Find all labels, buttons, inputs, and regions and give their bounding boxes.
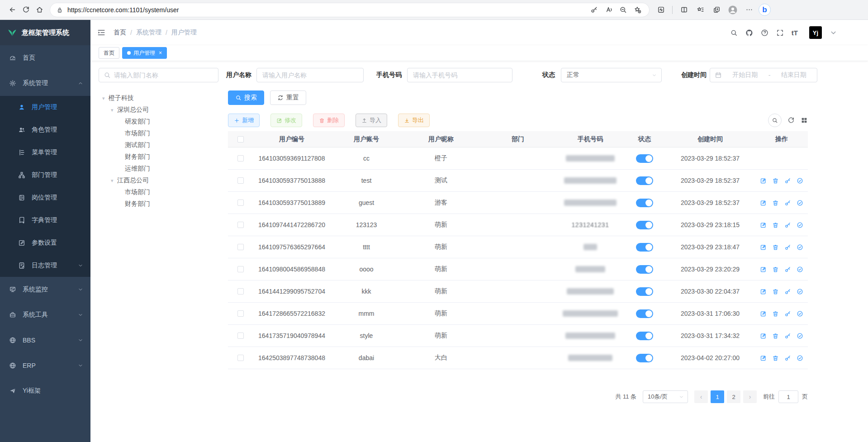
row-edit-icon[interactable]	[760, 355, 767, 361]
tree-node-运维部门[interactable]: 运维部门	[99, 163, 222, 175]
status-toggle[interactable]	[636, 221, 653, 229]
row-trash-icon[interactable]	[772, 288, 779, 295]
sidebar-item-字典管理[interactable]: 字典管理	[0, 209, 90, 232]
collections-icon[interactable]	[710, 3, 723, 17]
tab-首页[interactable]: 首页	[99, 47, 119, 59]
row-trash-icon[interactable]	[772, 222, 779, 228]
star-add-icon[interactable]	[631, 4, 643, 16]
row-key-icon[interactable]	[784, 355, 791, 361]
breadcrumb-item[interactable]: 用户管理	[171, 29, 197, 37]
row-checkbox[interactable]	[237, 355, 244, 361]
page-size-select[interactable]: 10条/页	[643, 390, 688, 403]
sidebar-item-用户管理[interactable]: 用户管理	[0, 96, 90, 119]
status-toggle[interactable]	[636, 199, 653, 207]
tree-node-市场部门[interactable]: 市场部门	[99, 186, 222, 198]
reset-button[interactable]: 重置	[270, 90, 306, 105]
modify-button[interactable]: 修改	[270, 114, 302, 127]
tree-node-橙子科技[interactable]: ▾橙子科技	[99, 92, 222, 104]
row-edit-icon[interactable]	[760, 200, 767, 206]
status-toggle[interactable]	[636, 154, 653, 163]
row-checkbox[interactable]	[237, 310, 244, 317]
status-select[interactable]: 正常	[561, 68, 662, 82]
tree-node-江西总公司[interactable]: ▾江西总公司	[99, 175, 222, 186]
row-check-circle-icon[interactable]	[797, 177, 803, 184]
row-checkbox[interactable]	[237, 266, 244, 272]
phone-input[interactable]	[407, 68, 512, 82]
status-toggle[interactable]	[636, 287, 653, 296]
row-check-circle-icon[interactable]	[797, 288, 803, 295]
sidebar-item-Yi框架[interactable]: Yi框架	[0, 378, 90, 404]
select-all-checkbox[interactable]	[237, 136, 244, 143]
row-key-icon[interactable]	[784, 333, 791, 339]
tree-node-深圳总公司[interactable]: ▾深圳总公司	[99, 104, 222, 116]
breadcrumb-item[interactable]: 系统管理	[136, 29, 161, 37]
row-checkbox[interactable]	[237, 200, 244, 206]
row-key-icon[interactable]	[784, 310, 791, 317]
sidebar-item-日志管理[interactable]: 日志管理	[0, 254, 90, 277]
row-trash-icon[interactable]	[772, 266, 779, 273]
username-input[interactable]	[256, 68, 364, 82]
row-edit-icon[interactable]	[760, 333, 767, 339]
jump-page-input[interactable]	[778, 390, 798, 403]
row-edit-icon[interactable]	[760, 222, 767, 228]
toggle-search-button[interactable]	[768, 114, 782, 127]
row-check-circle-icon[interactable]	[797, 333, 803, 339]
status-toggle[interactable]	[636, 354, 653, 362]
home-icon[interactable]	[33, 3, 46, 17]
tree-node-财务部门[interactable]: 财务部门	[99, 151, 222, 163]
sidebar-item-角色管理[interactable]: 角色管理	[0, 119, 90, 141]
status-toggle[interactable]	[636, 176, 653, 185]
more-icon[interactable]	[742, 3, 756, 17]
status-toggle[interactable]	[636, 332, 653, 340]
row-check-circle-icon[interactable]	[797, 222, 803, 228]
refresh-icon[interactable]	[19, 3, 33, 17]
row-trash-icon[interactable]	[772, 244, 779, 251]
row-trash-icon[interactable]	[772, 310, 779, 317]
sidebar-item-参数设置[interactable]: 参数设置	[0, 232, 90, 254]
browser-essentials-icon[interactable]	[654, 3, 668, 17]
row-key-icon[interactable]	[784, 200, 791, 206]
github-icon[interactable]	[745, 29, 753, 37]
profile-icon[interactable]	[726, 3, 740, 17]
row-edit-icon[interactable]	[760, 244, 767, 251]
row-trash-icon[interactable]	[772, 177, 779, 184]
sidebar-item-菜单管理[interactable]: 菜单管理	[0, 141, 90, 164]
status-toggle[interactable]	[636, 243, 653, 252]
sidebar-item-部门管理[interactable]: 部门管理	[0, 164, 90, 186]
row-check-circle-icon[interactable]	[797, 310, 803, 317]
row-checkbox[interactable]	[237, 177, 244, 184]
sidebar-item-系统工具[interactable]: 系统工具	[0, 302, 90, 328]
collapse-sidebar-icon[interactable]	[97, 28, 106, 37]
row-key-icon[interactable]	[784, 244, 791, 251]
search-button[interactable]: 搜索	[228, 90, 264, 105]
sidebar-item-首页[interactable]: 首页	[0, 45, 90, 71]
favorites-bar-icon[interactable]	[693, 3, 707, 17]
user-avatar[interactable]: Yj	[809, 26, 822, 39]
row-checkbox[interactable]	[237, 288, 244, 295]
url-text[interactable]: https://ccnetcore.com:1101/system/user	[67, 6, 588, 14]
page-button-1[interactable]: 1	[711, 390, 724, 403]
row-checkbox[interactable]	[237, 155, 244, 162]
address-bar[interactable]: https://ccnetcore.com:1101/system/user	[50, 3, 650, 17]
row-trash-icon[interactable]	[772, 355, 779, 361]
next-page-button[interactable]: ›	[743, 390, 757, 403]
sidebar-item-ERP[interactable]: ERP	[0, 353, 90, 378]
zoom-out-icon[interactable]	[617, 4, 629, 16]
row-check-circle-icon[interactable]	[797, 355, 803, 361]
row-edit-icon[interactable]	[760, 310, 767, 317]
row-edit-icon[interactable]	[760, 288, 767, 295]
delete-button[interactable]: 删除	[313, 114, 345, 127]
back-icon[interactable]	[5, 3, 19, 17]
refresh-table-icon[interactable]	[787, 117, 795, 124]
key-icon[interactable]	[588, 4, 600, 16]
tree-node-测试部门[interactable]: 测试部门	[99, 139, 222, 151]
row-trash-icon[interactable]	[772, 333, 779, 339]
row-check-circle-icon[interactable]	[797, 200, 803, 206]
breadcrumb-item[interactable]: 首页	[114, 29, 126, 37]
search-icon[interactable]	[730, 29, 738, 37]
dept-search-input[interactable]	[99, 68, 218, 82]
date-range-picker[interactable]: 开始日期 - 结束日期	[710, 68, 817, 82]
sidebar-item-BBS[interactable]: BBS	[0, 328, 90, 353]
font-size-icon[interactable]: tT	[792, 29, 798, 37]
tree-node-财务部门[interactable]: 财务部门	[99, 198, 222, 210]
